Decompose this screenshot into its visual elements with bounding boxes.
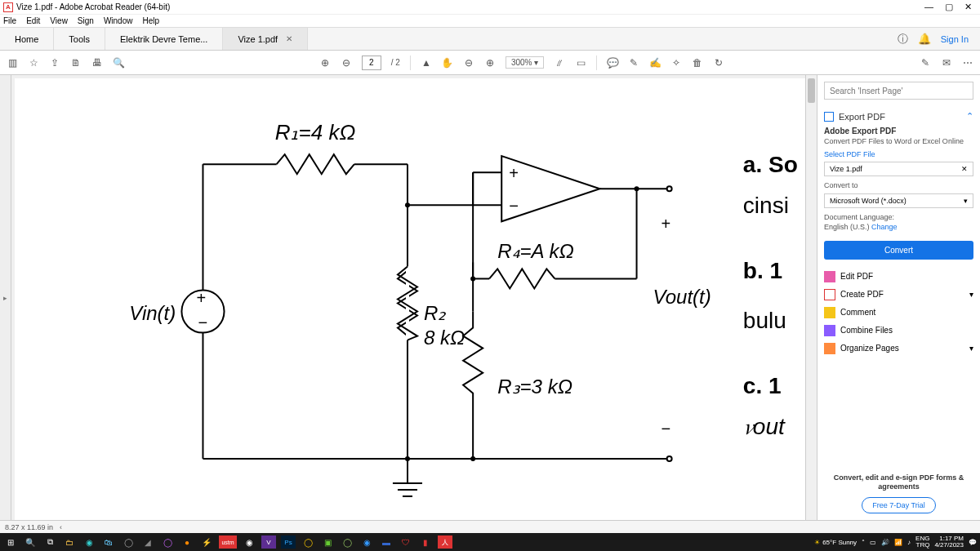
menu-sign[interactable]: Sign bbox=[78, 16, 94, 25]
fit-page-icon[interactable]: ▭ bbox=[575, 57, 586, 69]
bell-icon[interactable]: 🔔 bbox=[918, 33, 931, 45]
save-icon[interactable]: 🗎 bbox=[70, 57, 82, 69]
task-view-icon[interactable]: ⧉ bbox=[42, 535, 57, 549]
app-icon-1[interactable]: ◯ bbox=[121, 535, 136, 549]
help-icon[interactable]: ⓘ bbox=[898, 32, 908, 47]
convert-to-label: Convert to bbox=[824, 181, 973, 191]
change-lang-link[interactable]: Change bbox=[871, 223, 898, 231]
close-tab-icon[interactable]: ✕ bbox=[286, 34, 292, 43]
rotate-icon[interactable]: ↻ bbox=[713, 57, 724, 69]
page-size: 8.27 x 11.69 in bbox=[5, 523, 53, 531]
clock[interactable]: 1:17 PM4/27/2023 bbox=[934, 535, 964, 549]
wifi-icon[interactable]: 📶 bbox=[894, 539, 902, 546]
q-c2: 𝑣out bbox=[743, 414, 786, 439]
format-select[interactable]: Microsoft Word (*.docx)▾ bbox=[824, 193, 973, 208]
steam-icon[interactable]: ◢ bbox=[140, 535, 155, 549]
opamp-minus: − bbox=[509, 197, 519, 215]
tool-comment[interactable]: Comment bbox=[824, 304, 973, 322]
acrobat-taskbar-icon[interactable]: 人 bbox=[438, 535, 452, 549]
explorer-icon[interactable]: 🗀 bbox=[62, 535, 77, 549]
tab-home[interactable]: Home bbox=[0, 28, 54, 50]
share-icon[interactable]: ✎ bbox=[920, 57, 931, 69]
selected-file[interactable]: Vize 1.pdf ✕ bbox=[824, 162, 973, 176]
menu-view[interactable]: View bbox=[50, 16, 68, 25]
email-icon[interactable]: ✉ bbox=[941, 57, 952, 69]
tool-edit-pdf[interactable]: Edit PDF bbox=[824, 268, 973, 286]
pointer-icon[interactable]: ▲ bbox=[421, 57, 432, 69]
menu-help[interactable]: Help bbox=[142, 16, 159, 25]
convert-button[interactable]: Convert bbox=[824, 241, 973, 260]
maximize-button[interactable]: ▢ bbox=[945, 2, 953, 12]
left-gutter[interactable]: ▸ bbox=[0, 75, 11, 520]
sidebar-toggle-icon[interactable]: ▥ bbox=[7, 57, 18, 69]
store-icon[interactable]: 🛍 bbox=[101, 535, 116, 549]
battery-icon[interactable]: ▭ bbox=[870, 539, 876, 546]
app-icon-6[interactable]: ◯ bbox=[301, 535, 315, 549]
vertical-scrollbar[interactable] bbox=[805, 75, 817, 520]
clear-file-icon[interactable]: ✕ bbox=[961, 165, 968, 173]
tool-combine[interactable]: Combine Files bbox=[824, 322, 973, 340]
notifications-icon[interactable]: 💬 bbox=[969, 539, 977, 546]
tabs-row: Home Tools Elektrik Devre Teme... Vize 1… bbox=[0, 28, 980, 51]
vs-icon[interactable]: V bbox=[261, 535, 276, 549]
tray-icon[interactable]: ♪ bbox=[907, 539, 911, 546]
star-icon[interactable]: ☆ bbox=[28, 57, 39, 69]
tool-create-pdf[interactable]: Create PDF▾ bbox=[824, 286, 973, 304]
page-total: / 2 bbox=[391, 58, 400, 67]
tab-doc1[interactable]: Elektrik Devre Teme... bbox=[105, 28, 223, 50]
minimize-button[interactable]: — bbox=[924, 2, 933, 12]
start-button[interactable]: ⊞ bbox=[3, 535, 18, 549]
sign-icon[interactable]: ✍ bbox=[649, 57, 661, 69]
status-chevron-icon[interactable]: ‹ bbox=[60, 523, 62, 531]
tools-search-input[interactable] bbox=[824, 82, 973, 100]
sound-icon[interactable]: 🔊 bbox=[881, 539, 889, 546]
document-area[interactable]: Vin(t) R₁=4 kΩ R₂ 8 kΩ R₃=3 kΩ R₄=A kΩ V… bbox=[11, 75, 817, 520]
taskbar-search-icon[interactable]: 🔍 bbox=[23, 535, 38, 549]
edge-icon[interactable]: ◉ bbox=[82, 535, 96, 549]
tab-doc2[interactable]: Vize 1.pdf✕ bbox=[223, 28, 308, 50]
tab-tools[interactable]: Tools bbox=[54, 28, 105, 50]
app-icon-9[interactable]: ◉ bbox=[359, 535, 374, 549]
app-icon-4[interactable]: ⚡ bbox=[199, 535, 214, 549]
page-down-icon[interactable]: ⊖ bbox=[341, 57, 352, 69]
comment-icon[interactable]: 💬 bbox=[607, 57, 618, 69]
tray-chevron-icon[interactable]: ˄ bbox=[862, 539, 865, 546]
ps-icon[interactable]: Ps bbox=[281, 535, 296, 549]
zoom-in-icon[interactable]: ⊕ bbox=[484, 57, 496, 69]
app-icon-5[interactable]: ustm bbox=[219, 535, 237, 549]
zoom-level[interactable]: 300% ▾ bbox=[506, 56, 544, 69]
sign-in-link[interactable]: Sign In bbox=[941, 34, 969, 44]
delete-icon[interactable]: 🗑 bbox=[692, 57, 703, 69]
page-up-icon[interactable]: ⊕ bbox=[319, 57, 331, 69]
print-icon[interactable]: 🖶 bbox=[91, 57, 103, 69]
stamp-icon[interactable]: ✧ bbox=[670, 57, 682, 69]
menu-window[interactable]: Window bbox=[104, 16, 133, 25]
app-icon-3[interactable]: ● bbox=[180, 535, 194, 549]
app-icon-2[interactable]: ◯ bbox=[160, 535, 175, 549]
language-indicator[interactable]: ENGTRQ bbox=[915, 535, 929, 549]
menu-file[interactable]: File bbox=[3, 16, 16, 25]
app-icon-7[interactable]: ▣ bbox=[320, 535, 335, 549]
weather-widget[interactable]: ☀65°F Sunny bbox=[814, 539, 857, 546]
select-file-link[interactable]: Select PDF File bbox=[824, 150, 973, 158]
tool-organize[interactable]: Organize Pages▾ bbox=[824, 340, 973, 358]
highlight-icon[interactable]: ✎ bbox=[628, 57, 639, 69]
comment-tool-icon bbox=[824, 307, 835, 318]
menu-edit[interactable]: Edit bbox=[26, 16, 40, 25]
page-number-input[interactable] bbox=[362, 56, 381, 70]
export-pdf-header[interactable]: Export PDF ⌃ bbox=[824, 111, 973, 122]
app-icon-11[interactable]: 🛡 bbox=[399, 535, 413, 549]
chrome-icon[interactable]: ◉ bbox=[242, 535, 256, 549]
more-icon[interactable]: ⋯ bbox=[962, 57, 973, 69]
collapse-panel-icon[interactable]: ▸ bbox=[817, 295, 817, 315]
app-icon-10[interactable]: ▬ bbox=[379, 535, 394, 549]
app-icon-12[interactable]: ▮ bbox=[418, 535, 433, 549]
zoom-out-icon[interactable]: ⊖ bbox=[463, 57, 474, 69]
cloud-up-icon[interactable]: ⇪ bbox=[49, 57, 60, 69]
app-icon-8[interactable]: ◯ bbox=[340, 535, 354, 549]
close-button[interactable]: ✕ bbox=[964, 2, 972, 12]
hand-icon[interactable]: ✋ bbox=[442, 57, 453, 69]
fit-width-icon[interactable]: ⫽ bbox=[554, 57, 565, 69]
search-icon[interactable]: 🔍 bbox=[113, 57, 124, 69]
free-trial-button[interactable]: Free 7-Day Trial bbox=[862, 497, 936, 513]
